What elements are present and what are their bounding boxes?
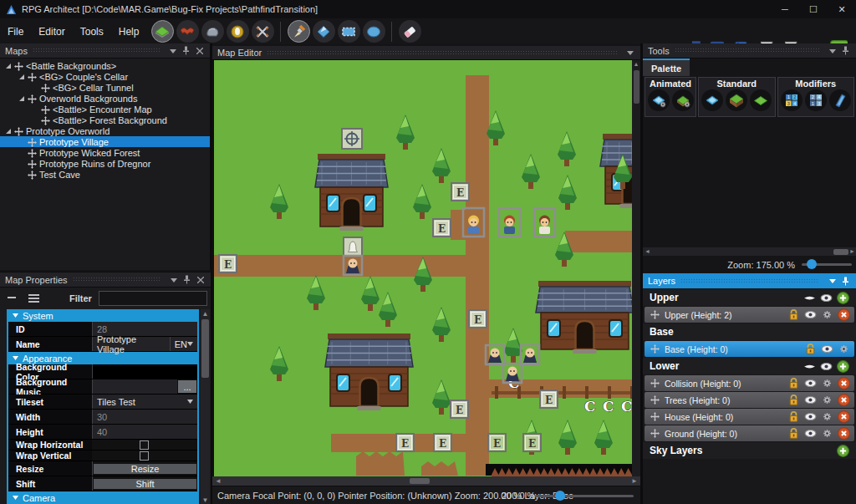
map-tree-item[interactable]: Prototype Village (0, 136, 210, 147)
palette-zoom-slider[interactable] (802, 263, 852, 266)
visibility-icon[interactable] (804, 427, 817, 440)
map-tree-item[interactable]: <BG> Cellar Tunnel (0, 82, 210, 93)
close-panel-icon[interactable] (195, 274, 206, 285)
tree-expander-icon[interactable] (5, 63, 12, 69)
map-tree-item[interactable]: <BG> Couple's Cellar (0, 71, 210, 82)
map-tree-item[interactable]: <Battle Backgrounds> (0, 60, 210, 71)
properties-scrollbar[interactable]: ▲ ▼ (201, 309, 210, 504)
water-tile-icon[interactable] (701, 89, 723, 111)
tree-expander-icon[interactable] (18, 95, 25, 102)
map-tree-item[interactable]: Prototype Overworld (0, 125, 210, 136)
layer-row[interactable]: Collision (Height: 0) (645, 375, 854, 391)
sort-button[interactable] (28, 293, 39, 304)
layer-settings-icon[interactable] (821, 427, 833, 440)
layer-row[interactable]: Trees (Height: 0) (645, 392, 854, 408)
filter-input[interactable] (99, 291, 207, 306)
lock-icon[interactable] (787, 427, 800, 440)
menu-tools[interactable]: Tools (73, 26, 111, 38)
layer-settings-icon[interactable] (821, 394, 833, 406)
move-layer-icon[interactable] (649, 377, 661, 389)
maximize-button[interactable]: ☐ (799, 0, 828, 18)
panel-menu-icon[interactable] (168, 274, 179, 285)
width-field[interactable]: 30 (92, 410, 197, 424)
delete-layer-icon[interactable] (838, 394, 850, 406)
hide-all-icon[interactable] (803, 292, 816, 304)
menu-file[interactable]: File (0, 26, 31, 38)
panel-menu-icon[interactable] (624, 48, 635, 59)
panel-menu-icon[interactable] (827, 276, 838, 287)
visibility-icon[interactable] (804, 308, 817, 321)
map-canvas[interactable]: CCCCEEEEEEEEEE (214, 60, 632, 476)
wrap-horizontal-checkbox[interactable] (92, 440, 197, 450)
lock-icon[interactable] (804, 343, 817, 355)
map-vertical-scrollbar[interactable]: ▲ (632, 60, 640, 476)
map-tree-item[interactable]: <Battle> Forest Background (0, 115, 210, 125)
pin-icon[interactable] (181, 45, 191, 56)
close-panel-icon[interactable] (194, 45, 205, 56)
panel-drag-area[interactable] (73, 277, 160, 283)
menu-editor[interactable]: Editor (31, 26, 72, 38)
panel-drag-area[interactable] (33, 48, 160, 53)
fill-tool[interactable] (313, 20, 335, 43)
move-layer-icon[interactable] (649, 343, 661, 355)
eraser-tool[interactable] (399, 20, 421, 43)
numbered-tiles-b-icon[interactable]: 2413 (805, 89, 827, 111)
shift-button[interactable]: Shift (92, 476, 197, 491)
animated-grass-tile-icon[interactable] (672, 89, 694, 111)
wrap-vertical-checkbox[interactable] (92, 451, 197, 461)
terrain-tile-tool[interactable] (151, 20, 174, 43)
height-field[interactable]: 40 (92, 425, 197, 439)
layer-settings-icon[interactable] (838, 343, 850, 355)
rectangle-tool[interactable] (338, 20, 360, 43)
numbered-tiles-a-icon[interactable]: 1234 (781, 89, 802, 111)
map-tree-item[interactable]: Prototype Wicked Forest (0, 147, 210, 158)
layer-group-sky-layers[interactable]: Sky Layers (643, 442, 856, 459)
delete-layer-icon[interactable] (838, 308, 850, 321)
animated-water-tile-icon[interactable] (648, 89, 670, 111)
palette-horizontal-scrollbar[interactable]: ◄ ► (643, 247, 856, 256)
battle-tool[interactable] (252, 20, 274, 43)
map-tree-item[interactable]: Test Cave (0, 169, 210, 180)
creature-tool[interactable] (176, 20, 199, 43)
layer-group-upper[interactable]: Upper (643, 289, 856, 306)
collapse-all-button[interactable] (7, 293, 17, 304)
visibility-icon[interactable] (804, 394, 817, 406)
rock-tool[interactable] (201, 20, 224, 43)
map-tree-item[interactable]: Overworld Backgrounds (0, 93, 210, 104)
layer-row[interactable]: Ground (Height: 0) (645, 425, 854, 441)
light-tool[interactable] (227, 20, 249, 43)
move-layer-icon[interactable] (649, 308, 661, 321)
layer-settings-icon[interactable] (821, 377, 833, 389)
layer-group-lower[interactable]: Lower (643, 358, 856, 374)
layer-row[interactable]: Upper (Height: 2) (645, 307, 854, 323)
grass-block-tile-icon[interactable] (726, 89, 747, 111)
visibility-icon[interactable] (804, 410, 817, 423)
lock-icon[interactable] (787, 394, 800, 406)
minimize-button[interactable]: ─ (771, 0, 799, 18)
editor-zoom-slider[interactable] (535, 495, 634, 497)
tab-palette[interactable]: Palette (643, 59, 690, 76)
add-layer-icon[interactable] (837, 360, 849, 373)
layer-settings-icon[interactable] (821, 308, 833, 321)
panel-menu-icon[interactable] (167, 45, 178, 56)
property-category-system[interactable]: System (8, 309, 197, 322)
slope-tile-icon[interactable] (829, 89, 851, 111)
tree-expander-icon[interactable] (18, 74, 25, 80)
pin-icon[interactable] (840, 45, 851, 56)
hide-all-icon[interactable] (803, 360, 816, 373)
ellipse-tool[interactable] (363, 20, 385, 43)
language-dropdown[interactable]: EN (170, 337, 197, 351)
panel-drag-area[interactable] (680, 278, 819, 284)
panel-drag-area[interactable] (267, 50, 617, 56)
menu-help[interactable]: Help (111, 26, 147, 38)
panel-menu-icon[interactable] (827, 45, 838, 56)
name-field[interactable]: Prototype Village (92, 337, 170, 351)
show-all-icon[interactable] (820, 292, 833, 304)
tileset-dropdown[interactable]: Tiles Test (92, 395, 197, 409)
brush-tool[interactable] (288, 20, 310, 43)
delete-layer-icon[interactable] (838, 427, 850, 440)
move-layer-icon[interactable] (649, 410, 661, 423)
palette-zoom-slider-thumb[interactable] (807, 259, 817, 269)
background-color-swatch[interactable] (92, 364, 197, 379)
layer-row[interactable]: House (Height: 0) (645, 409, 854, 425)
